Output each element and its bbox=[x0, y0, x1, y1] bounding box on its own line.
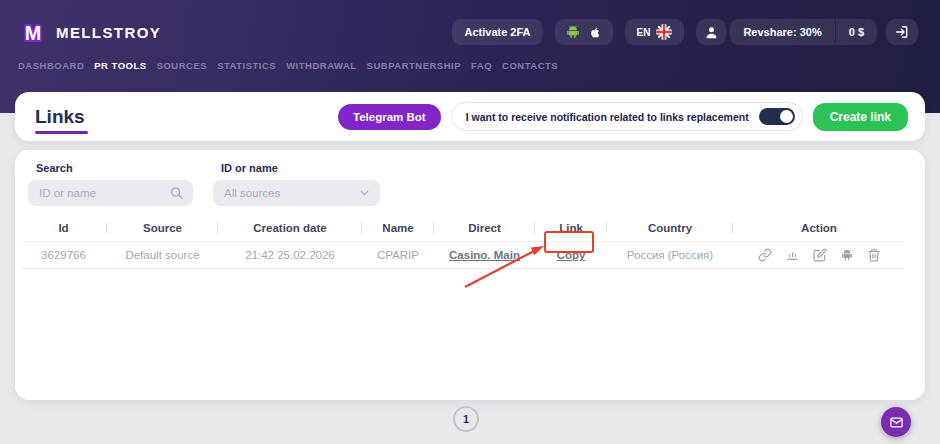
links-header-card: Links Telegram Bot I want to receive not… bbox=[15, 92, 925, 141]
trash-icon[interactable] bbox=[867, 248, 881, 262]
chevron-down-icon bbox=[358, 187, 371, 200]
nav-item-contacts[interactable]: CONTACTS bbox=[502, 60, 558, 71]
chart-icon[interactable] bbox=[785, 248, 800, 262]
nav-item-dashboard[interactable]: DASHBOARD bbox=[18, 60, 84, 71]
col-header-id: Id bbox=[20, 222, 107, 234]
create-link-button[interactable]: Create link bbox=[813, 103, 908, 131]
search-icon[interactable] bbox=[169, 186, 184, 201]
activate-2fa-button[interactable]: Activate 2FA bbox=[452, 19, 542, 45]
revshare-balance[interactable]: Revshare: 30% 0 $ bbox=[730, 19, 877, 45]
links-table-card: Search ID or name All sources bbox=[15, 150, 925, 400]
link-icon[interactable] bbox=[758, 248, 772, 262]
user-icon bbox=[704, 25, 719, 40]
table-row: 3629766 Default source 21:42 25.02.2026 … bbox=[20, 242, 905, 269]
filters: Search ID or name All sources bbox=[15, 150, 925, 206]
nav-item-statistics[interactable]: STATISTICS bbox=[217, 60, 276, 71]
envelope-icon bbox=[889, 415, 904, 430]
search-box bbox=[28, 180, 193, 206]
edit-icon[interactable] bbox=[813, 248, 827, 262]
language-code: EN bbox=[637, 27, 651, 38]
header-controls: Activate 2FA EN bbox=[440, 19, 918, 45]
direct-link[interactable]: Casino. Main bbox=[449, 249, 520, 261]
nav-item-pr-tools[interactable]: PR TOOLS bbox=[94, 60, 146, 71]
logout-icon bbox=[894, 24, 910, 40]
brand-name: MELLSTROY bbox=[56, 24, 161, 41]
revshare-value: Revshare: 30% bbox=[730, 19, 834, 45]
col-header-creation-date: Creation date bbox=[218, 222, 362, 234]
source-select[interactable]: All sources bbox=[213, 180, 380, 206]
logout-button[interactable] bbox=[886, 19, 918, 45]
flag-en-icon bbox=[656, 24, 672, 40]
cell-id: 3629766 bbox=[20, 249, 107, 261]
mobile-apps-button[interactable] bbox=[555, 19, 613, 45]
nav-item-subpartnership[interactable]: SUBPARTNERSHIP bbox=[367, 60, 461, 71]
cell-source: Default source bbox=[107, 249, 218, 261]
nav-item-faq[interactable]: FAQ bbox=[471, 60, 492, 71]
source-select-value: All sources bbox=[224, 187, 280, 199]
page-title: Links bbox=[35, 106, 85, 128]
links-table: Id Source Creation date Name Direct Link… bbox=[20, 214, 905, 269]
notifications-toggle[interactable] bbox=[759, 108, 795, 125]
table-header-row: Id Source Creation date Name Direct Link… bbox=[20, 214, 905, 242]
col-header-country: Country bbox=[607, 222, 733, 234]
balance-value: 0 $ bbox=[835, 19, 877, 45]
profile-button[interactable] bbox=[696, 19, 726, 45]
col-header-direct: Direct bbox=[434, 222, 535, 234]
svg-text:M: M bbox=[25, 22, 41, 44]
notification-label: I want to receive notification related t… bbox=[466, 111, 749, 123]
telegram-bot-button[interactable]: Telegram Bot bbox=[338, 104, 441, 130]
col-header-link: Link bbox=[535, 222, 607, 234]
source-filter-label: ID or name bbox=[221, 162, 380, 174]
copy-link[interactable]: Copy bbox=[557, 249, 586, 261]
brand-logo-icon: M bbox=[18, 17, 48, 47]
android-icon bbox=[565, 24, 581, 40]
nav-item-sources[interactable]: SOURCES bbox=[157, 60, 207, 71]
col-header-action: Action bbox=[733, 222, 905, 234]
apple-icon bbox=[588, 24, 603, 41]
cell-creation-date: 21:42 25.02.2026 bbox=[218, 249, 362, 261]
search-label: Search bbox=[36, 162, 193, 174]
top-bar: M MELLSTROY Activate 2FA bbox=[18, 17, 918, 47]
android-icon[interactable] bbox=[840, 248, 854, 262]
toggle-knob bbox=[780, 110, 793, 123]
cell-name: CPARIP bbox=[362, 249, 434, 261]
pagination-page-1[interactable]: 1 bbox=[453, 406, 479, 432]
col-header-source: Source bbox=[107, 222, 218, 234]
search-input[interactable] bbox=[39, 187, 165, 199]
language-selector[interactable]: EN bbox=[625, 19, 685, 45]
col-header-name: Name bbox=[362, 222, 434, 234]
notification-setting: I want to receive notification related t… bbox=[451, 102, 803, 131]
brand[interactable]: M MELLSTROY bbox=[18, 17, 161, 47]
nav-item-withdrawal[interactable]: WITHDRAWAL bbox=[286, 60, 356, 71]
support-chat-button[interactable] bbox=[881, 407, 911, 437]
row-actions bbox=[733, 248, 905, 262]
cell-country: Россия (Россия) bbox=[607, 249, 733, 261]
title-underline bbox=[35, 131, 88, 134]
main-nav: DASHBOARD PR TOOLS SOURCES STATISTICS WI… bbox=[18, 60, 558, 71]
page: M MELLSTROY Activate 2FA bbox=[0, 0, 940, 444]
